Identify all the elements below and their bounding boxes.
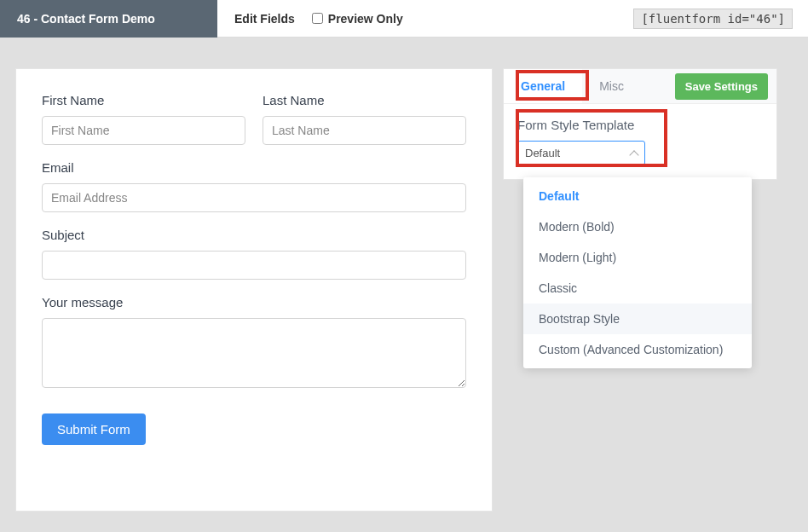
subject-group: Subject bbox=[42, 228, 466, 280]
settings-panel: General Misc Save Settings Form Style Te… bbox=[503, 68, 777, 180]
template-selected-value: Default bbox=[525, 147, 560, 159]
first-name-label: First Name bbox=[42, 93, 245, 107]
email-input[interactable] bbox=[42, 183, 466, 212]
subject-input[interactable] bbox=[42, 251, 466, 280]
template-dropdown-menu: Default Modern (Bold) Modern (Light) Cla… bbox=[523, 177, 752, 368]
settings-tabs: General Misc Save Settings bbox=[504, 69, 776, 104]
header-bar: 46 - Contact Form Demo Edit Fields Previ… bbox=[0, 0, 808, 38]
preview-only-label: Preview Only bbox=[328, 12, 403, 26]
dropdown-item-default[interactable]: Default bbox=[523, 181, 752, 211]
tab-general[interactable]: General bbox=[504, 69, 582, 103]
message-textarea[interactable] bbox=[42, 318, 466, 388]
template-label: Form Style Template bbox=[517, 118, 763, 132]
tab-misc[interactable]: Misc bbox=[582, 69, 641, 103]
preview-only-checkbox[interactable] bbox=[312, 13, 323, 24]
email-label: Email bbox=[42, 160, 466, 175]
settings-body: Form Style Template Default bbox=[504, 104, 776, 179]
first-name-input[interactable] bbox=[42, 116, 245, 145]
last-name-group: Last Name bbox=[263, 93, 466, 145]
subject-label: Subject bbox=[42, 228, 466, 242]
preview-only-toggle[interactable]: Preview Only bbox=[312, 12, 403, 26]
template-select[interactable]: Default bbox=[517, 141, 645, 165]
shortcode-box[interactable]: [fluentform id="46"] bbox=[633, 9, 793, 29]
email-group: Email bbox=[42, 160, 466, 212]
message-group: Your message bbox=[42, 295, 466, 391]
form-preview-panel: First Name Last Name Email Subject bbox=[15, 68, 493, 512]
dropdown-item-classic[interactable]: Classic bbox=[523, 273, 752, 304]
name-row: First Name Last Name bbox=[42, 93, 466, 145]
edit-fields-link[interactable]: Edit Fields bbox=[217, 12, 312, 26]
form-preview-scroll[interactable]: First Name Last Name Email Subject bbox=[15, 68, 493, 520]
last-name-label: Last Name bbox=[263, 93, 466, 107]
save-settings-button[interactable]: Save Settings bbox=[675, 73, 768, 100]
dropdown-item-bootstrap[interactable]: Bootstrap Style bbox=[523, 304, 752, 334]
dropdown-item-modern-light[interactable]: Modern (Light) bbox=[523, 242, 752, 273]
form-title: 46 - Contact Form Demo bbox=[0, 0, 217, 38]
dropdown-item-modern-bold[interactable]: Modern (Bold) bbox=[523, 211, 752, 242]
dropdown-item-custom[interactable]: Custom (Advanced Customization) bbox=[523, 334, 752, 365]
first-name-group: First Name bbox=[42, 93, 245, 145]
message-label: Your message bbox=[42, 295, 466, 309]
last-name-input[interactable] bbox=[263, 116, 466, 145]
settings-scroll[interactable]: General Misc Save Settings Form Style Te… bbox=[503, 68, 793, 188]
submit-button[interactable]: Submit Form bbox=[42, 413, 146, 445]
